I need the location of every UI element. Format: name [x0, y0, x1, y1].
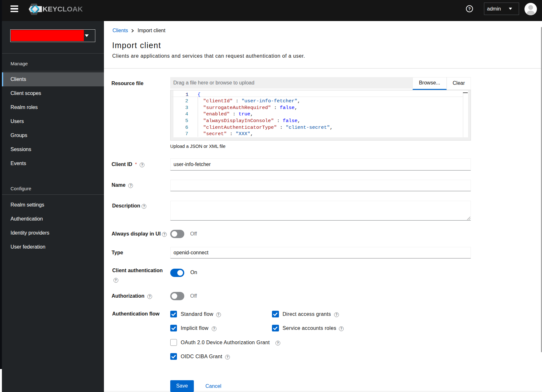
svg-text:?: ? [468, 6, 471, 11]
